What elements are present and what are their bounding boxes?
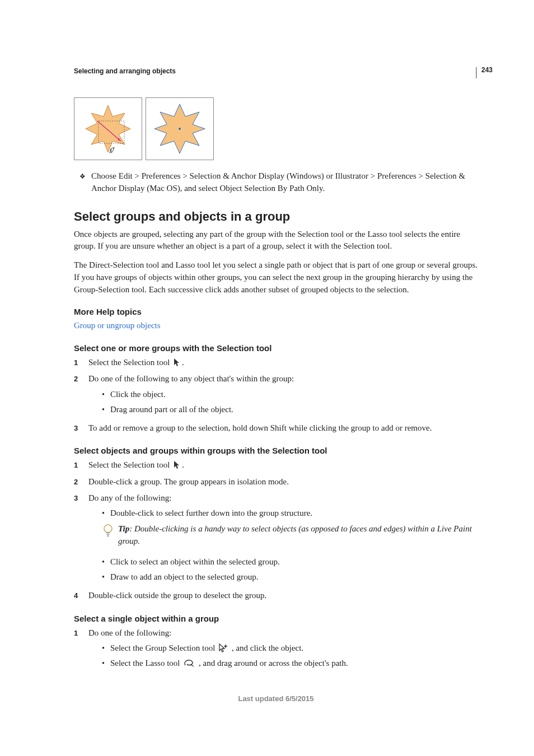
heading-select-within-groups: Select objects and groups within groups …	[74, 446, 478, 455]
substep-text: Double-click to select further down into…	[110, 507, 312, 520]
step-text: Do one of the following to any object th…	[88, 372, 294, 418]
substep-text: Drag around part or all of the object.	[110, 403, 233, 416]
star-selected-illustration	[149, 101, 210, 157]
heading-select-single-object: Select a single object within a group	[74, 614, 478, 623]
step-text: Double-click outside the group to desele…	[88, 589, 266, 602]
step-number: 1	[74, 460, 82, 472]
substep-text: Click to select an object within the sel…	[110, 556, 280, 568]
group-selection-tool-icon	[218, 643, 228, 652]
star-marquee-illustration	[77, 101, 139, 157]
heading-select-groups: Select groups and objects in a group	[74, 209, 478, 224]
running-head: Selecting and arranging objects	[74, 67, 478, 75]
step-text: Do one of the following: Select the Grou…	[88, 627, 348, 673]
step-number: 3	[74, 493, 82, 586]
tip-label: Tip	[118, 524, 129, 533]
page-number: 243	[476, 67, 493, 78]
step-text: Select the Selection tool .	[88, 459, 184, 472]
steps-select-single-object: 1 Do one of the following: Select the Gr…	[74, 627, 478, 673]
steps-select-within-groups: 1 Select the Selection tool . 2 Double-c…	[74, 459, 478, 602]
substep-text: Click the object.	[110, 388, 166, 401]
figure-object-path-before	[74, 97, 142, 160]
svg-point-4	[104, 525, 112, 533]
selection-tool-icon	[173, 358, 181, 367]
more-help-heading: More Help topics	[74, 307, 478, 316]
lasso-tool-icon	[183, 659, 195, 668]
selection-tool-icon	[173, 460, 181, 469]
diamond-bullet-icon: ❖	[79, 172, 86, 195]
svg-point-3	[179, 128, 181, 130]
steps-select-one-or-more: 1 Select the Selection tool . 2 Do one o…	[74, 356, 478, 435]
substep-text: Select the Lasso tool , and drag around …	[110, 657, 348, 670]
last-updated-footer: Last updated 6/5/2015	[74, 694, 478, 703]
intro-paragraph-2: The Direct-Selection tool and Lasso tool…	[74, 259, 478, 296]
lightbulb-icon	[102, 523, 114, 539]
link-group-ungroup[interactable]: Group or ungroup objects	[74, 320, 478, 332]
tip-row: Tip: Double-clicking is a handy way to s…	[102, 523, 478, 548]
step-number: 3	[74, 423, 82, 435]
tip-text: : Double-clicking is a handy way to sele…	[118, 524, 472, 545]
step-number: 1	[74, 357, 82, 369]
step-text: Double-click a group. The group appears …	[88, 475, 289, 488]
step-number: 2	[74, 477, 82, 488]
step-number: 2	[74, 374, 82, 418]
step-text: Do any of the following: Double-click to…	[88, 492, 478, 586]
intro-paragraph-1: Once objects are grouped, selecting any …	[74, 228, 478, 253]
preference-note-text: Choose Edit > Preferences > Selection & …	[91, 170, 478, 195]
figure-row	[74, 97, 478, 160]
step-text: To add or remove a group to the selectio…	[88, 422, 432, 435]
substep-text: Select the Group Selection tool , and cl…	[110, 642, 303, 655]
figure-object-path-after	[146, 97, 214, 160]
substep-text: Draw to add an object to the selected gr…	[110, 571, 259, 584]
step-text: Select the Selection tool .	[88, 356, 184, 369]
heading-select-one-or-more: Select one or more groups with the Selec…	[74, 343, 478, 353]
step-number: 4	[74, 590, 82, 602]
step-number: 1	[74, 628, 82, 673]
preference-note: ❖ Choose Edit > Preferences > Selection …	[79, 170, 478, 195]
